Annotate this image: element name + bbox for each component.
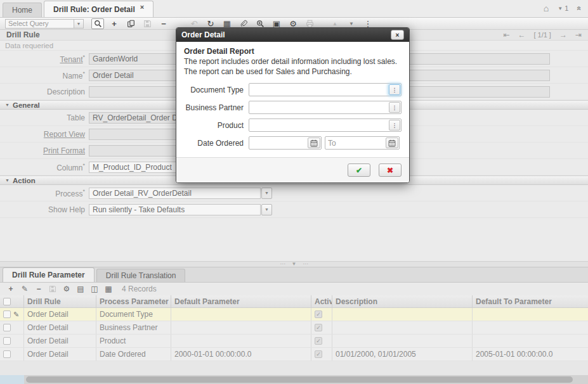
process-field[interactable] xyxy=(89,188,261,199)
date-from-box xyxy=(249,136,322,150)
detail-save-button[interactable] xyxy=(47,284,58,294)
cell-process-parameter: Business Partner xyxy=(96,321,171,334)
row-checkbox[interactable] xyxy=(3,310,11,318)
detail-pane-splitter[interactable]: ⋯ ▼ ⋯ xyxy=(0,261,588,267)
detail-new-button[interactable]: + xyxy=(5,284,16,294)
ok-button[interactable]: ✔ xyxy=(348,163,370,177)
splitter-collapse-icon[interactable]: ▼ xyxy=(292,262,297,267)
columns-icon: ◫ xyxy=(91,285,98,293)
business-partner-lookup-button[interactable]: ⋮ xyxy=(389,102,400,113)
date-from-input[interactable] xyxy=(249,138,307,148)
print-format-label[interactable]: Print Format xyxy=(0,146,89,155)
product-label: Product xyxy=(184,121,249,130)
select-query-input[interactable] xyxy=(5,19,74,29)
detail-delete-button[interactable]: − xyxy=(33,284,44,294)
tab-drill-rule-parameter[interactable]: Drill Rule Parameter xyxy=(3,267,95,282)
find-record-button[interactable] xyxy=(91,18,104,29)
document-type-lookup-button[interactable]: ⋮ xyxy=(389,84,400,95)
cell-default-to xyxy=(473,321,588,334)
cell-active: ✓ xyxy=(311,321,332,334)
select-all-checkbox[interactable] xyxy=(3,298,11,305)
dialog-title: Order Detail xyxy=(181,30,225,39)
process-label: Process* xyxy=(0,188,89,198)
lookup-dots-icon: ⋮ xyxy=(392,87,398,93)
cancel-button[interactable]: ✖ xyxy=(379,163,402,177)
business-partner-label: Business Partner xyxy=(184,103,249,112)
tenant-label[interactable]: Tenant* xyxy=(0,54,89,64)
detail-rows-toggle-button[interactable]: ▤ xyxy=(75,284,86,294)
product-lookup: ⋮ xyxy=(249,118,402,132)
printer-icon xyxy=(306,20,314,28)
save-record-button[interactable] xyxy=(141,18,154,29)
copy-record-button[interactable] xyxy=(124,18,137,29)
business-partner-input[interactable] xyxy=(249,102,388,113)
table-row[interactable]: Order Detail Product ✓ xyxy=(0,335,588,348)
col-process-parameter[interactable]: Process Parameter xyxy=(96,295,171,307)
table-row[interactable]: ✎ Order Detail Document Type ✓ xyxy=(0,308,588,321)
next-record-icon[interactable]: → xyxy=(559,30,567,39)
new-record-button[interactable]: + xyxy=(108,18,121,29)
cell-drill-rule: Order Detail xyxy=(24,348,96,361)
first-record-icon[interactable]: ⇤ xyxy=(503,30,509,39)
detail-columns-button[interactable]: ◫ xyxy=(89,284,100,294)
cell-default-to xyxy=(473,308,588,321)
field-row-show-help: Show Help ▼ xyxy=(0,202,588,218)
product-input[interactable] xyxy=(249,120,388,131)
show-help-dropdown-button[interactable]: ▼ xyxy=(261,204,272,215)
dialog-body: Order Detail Report The report includes … xyxy=(176,42,409,157)
product-lookup-button[interactable]: ⋮ xyxy=(389,120,400,131)
date-from-calendar-button[interactable] xyxy=(308,138,320,148)
document-type-input[interactable] xyxy=(249,84,388,95)
minus-icon: − xyxy=(36,285,41,293)
delete-record-button[interactable]: − xyxy=(157,18,170,29)
row-checkbox[interactable] xyxy=(3,324,11,331)
horizontal-scrollbar[interactable] xyxy=(0,375,588,384)
tab-close-icon[interactable]: × xyxy=(140,3,144,11)
open-windows-selector[interactable]: ▼ 1 xyxy=(558,4,568,12)
previous-record-icon[interactable]: ← xyxy=(518,30,525,39)
save-icon xyxy=(49,285,56,293)
active-checkbox: ✓ xyxy=(315,350,322,358)
detail-grid-view-button[interactable]: ▦ xyxy=(103,284,114,294)
col-description[interactable]: Description xyxy=(332,295,473,307)
date-ordered-range xyxy=(249,136,402,150)
tab-drill-rule-parameter-label: Drill Rule Parameter xyxy=(12,271,85,279)
col-default-to-parameter[interactable]: Default To Parameter xyxy=(473,295,588,307)
detail-process-button[interactable]: ⚙ xyxy=(61,284,72,294)
col-drill-rule[interactable]: Drill Rule xyxy=(24,295,96,307)
tab-home[interactable]: Home xyxy=(3,3,42,17)
cell-description xyxy=(332,308,473,321)
dropdown-caret-icon: ▼ xyxy=(265,207,269,212)
cell-description: 01/01/2000, 01/01/2005 xyxy=(332,348,473,361)
date-to-calendar-button[interactable] xyxy=(386,138,398,148)
table-row[interactable]: Order Detail Date Ordered 2000-01-01 00:… xyxy=(0,348,588,361)
row-edit-icon[interactable]: ✎ xyxy=(13,310,19,319)
select-query-dropdown-icon[interactable]: ▼ xyxy=(74,19,84,29)
tab-drill-rule-translation[interactable]: Drill Rule Translation xyxy=(96,269,186,282)
cell-default-parameter xyxy=(171,321,311,334)
date-ordered-label: Date Ordered xyxy=(184,139,249,148)
dialog-row-document-type: Document Type ⋮ xyxy=(184,83,402,96)
dialog-titlebar[interactable]: Order Detail × xyxy=(176,28,409,42)
col-default-parameter[interactable]: Default Parameter xyxy=(171,295,311,307)
show-help-field[interactable] xyxy=(89,204,261,215)
last-record-icon[interactable]: ⇥ xyxy=(575,30,582,39)
date-to-input[interactable] xyxy=(325,138,385,148)
home-icon[interactable]: ⌂ xyxy=(544,3,549,13)
detail-edit-button[interactable]: ✎ xyxy=(19,284,30,294)
table-row[interactable]: Order Detail Business Partner ✓ xyxy=(0,321,588,335)
dialog-heading: Order Detail Report xyxy=(184,47,402,56)
name-label: Name* xyxy=(0,70,89,80)
row-checkbox[interactable] xyxy=(3,337,11,345)
col-active[interactable]: Active xyxy=(311,295,332,307)
report-view-label[interactable]: Report View xyxy=(0,130,89,139)
process-dropdown-button[interactable]: ▼ xyxy=(261,188,272,199)
row-checkbox[interactable] xyxy=(3,350,11,358)
scrollbar-thumb[interactable] xyxy=(26,376,573,383)
row-select-cell xyxy=(0,321,24,334)
section-general-label: General xyxy=(13,101,40,109)
dialog-close-button[interactable]: × xyxy=(391,30,404,40)
tab-drill-rule[interactable]: Drill Rule: Order Detail × xyxy=(44,1,154,17)
collapse-header-icon[interactable]: « xyxy=(575,6,584,11)
dialog-row-product: Product ⋮ xyxy=(184,118,402,132)
